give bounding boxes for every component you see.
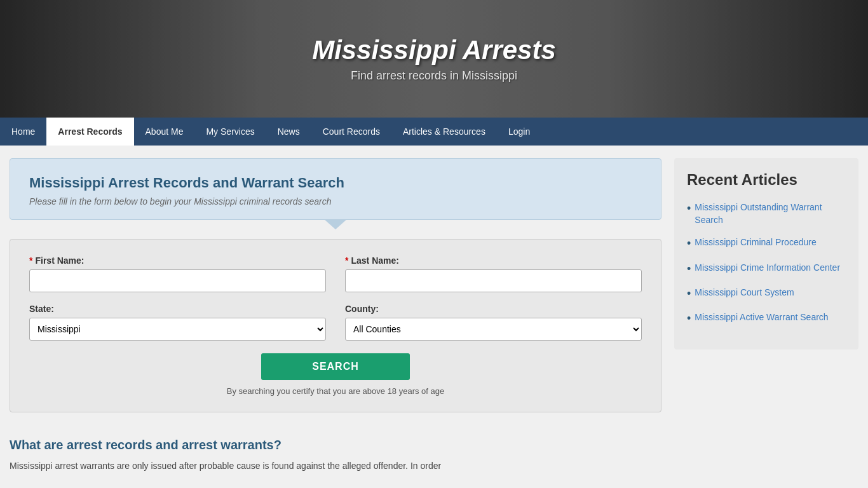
arrest-info-title: What are arrest records and arrest warra… — [10, 438, 661, 452]
content-area: Mississippi Arrest Records and Warrant S… — [10, 158, 661, 482]
sidebar-link-outstanding-warrant[interactable]: Mississippi Outstanding Warrant Search — [695, 201, 846, 226]
sidebar-title: Recent Articles — [687, 171, 846, 189]
site-title: Mississippi Arrests — [312, 35, 556, 65]
name-row: *First Name: *Last Name: — [29, 255, 642, 292]
bullet-icon: • — [687, 236, 691, 251]
search-box-outer: Mississippi Arrest Records and Warrant S… — [10, 158, 661, 220]
county-label: County: — [345, 304, 642, 314]
last-name-input[interactable] — [345, 269, 642, 292]
list-item: • Mississippi Active Warrant Search — [687, 311, 846, 326]
nav-my-services[interactable]: My Services — [194, 118, 266, 146]
required-star-first: * — [29, 255, 32, 266]
sidebar-link-active-warrant[interactable]: Mississippi Active Warrant Search — [695, 311, 828, 324]
list-item: • Mississippi Criminal Procedure — [687, 236, 846, 251]
bullet-icon: • — [687, 201, 691, 216]
search-title: Mississippi Arrest Records and Warrant S… — [29, 175, 642, 191]
state-select[interactable]: Mississippi — [29, 318, 326, 341]
sidebar: Recent Articles • Mississippi Outstandin… — [674, 158, 858, 349]
county-group: County: All CountiesAdamsAlcornAmiteAtta… — [345, 304, 642, 341]
nav-login[interactable]: Login — [497, 118, 541, 146]
site-header: Mississippi Arrests Find arrest records … — [0, 0, 868, 118]
first-name-input[interactable] — [29, 269, 326, 292]
required-star-last: * — [345, 255, 348, 266]
sidebar-list: • Mississippi Outstanding Warrant Search… — [687, 201, 846, 327]
sidebar-link-crime-info[interactable]: Mississippi Crime Information Center — [695, 262, 840, 274]
nav-articles-resources[interactable]: Articles & Resources — [391, 118, 497, 146]
sidebar-link-court-system[interactable]: Mississippi Court System — [695, 287, 794, 299]
nav-arrest-records[interactable]: Arrest Records — [46, 118, 133, 146]
arrest-info-section: What are arrest records and arrest warra… — [10, 438, 661, 473]
county-select[interactable]: All CountiesAdamsAlcornAmiteAttalaBenton… — [345, 318, 642, 341]
list-item: • Mississippi Outstanding Warrant Search — [687, 201, 846, 226]
list-item: • Mississippi Court System — [687, 287, 846, 301]
age-disclaimer: By searching you certify that you are ab… — [29, 386, 642, 396]
nav-news[interactable]: News — [266, 118, 311, 146]
search-subtitle: Please fill in the form below to begin y… — [29, 196, 642, 207]
bullet-icon: • — [687, 311, 691, 326]
first-name-group: *First Name: — [29, 255, 326, 292]
search-form-area: *First Name: *Last Name: State: Mississi… — [10, 239, 661, 412]
state-group: State: Mississippi — [29, 304, 326, 341]
nav-about-me[interactable]: About Me — [134, 118, 195, 146]
nav-home[interactable]: Home — [0, 118, 46, 146]
state-label: State: — [29, 304, 326, 314]
location-row: State: Mississippi County: All CountiesA… — [29, 304, 642, 341]
arrest-info-text: Mississippi arrest warrants are only iss… — [10, 459, 661, 473]
nav-court-records[interactable]: Court Records — [311, 118, 391, 146]
bullet-icon: • — [687, 262, 691, 276]
last-name-group: *Last Name: — [345, 255, 642, 292]
list-item: • Mississippi Crime Information Center — [687, 262, 846, 276]
last-name-label: *Last Name: — [345, 255, 642, 266]
search-button[interactable]: SEARCH — [261, 353, 410, 380]
navbar: Home Arrest Records About Me My Services… — [0, 118, 868, 146]
site-subtitle: Find arrest records in Mississippi — [312, 69, 556, 83]
header-content: Mississippi Arrests Find arrest records … — [312, 35, 556, 83]
sidebar-link-criminal-procedure[interactable]: Mississippi Criminal Procedure — [695, 236, 816, 249]
search-btn-row: SEARCH — [29, 353, 642, 380]
bullet-icon: • — [687, 287, 691, 301]
first-name-label: *First Name: — [29, 255, 326, 266]
main-container: Mississippi Arrest Records and Warrant S… — [0, 146, 868, 488]
